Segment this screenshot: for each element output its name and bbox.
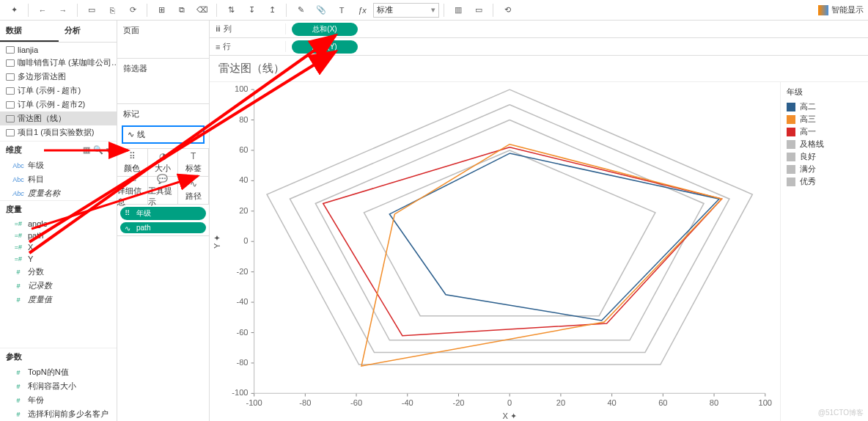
svg-text:X ✦: X ✦ xyxy=(502,411,517,420)
field-利润容器大小[interactable]: #利润容器大小 xyxy=(0,379,117,393)
type-icon: Abc xyxy=(12,176,25,183)
legend-item[interactable]: 高三 xyxy=(787,113,862,125)
show-me-button[interactable]: 智能显示 xyxy=(818,4,864,15)
svg-text:40: 40 xyxy=(607,398,616,407)
field-年级[interactable]: Abc年级 xyxy=(0,158,117,172)
highlight-icon[interactable]: ✎ xyxy=(291,2,310,18)
tab-data[interactable]: 数据 xyxy=(0,21,59,42)
new-sheet-icon[interactable]: ⊞ xyxy=(152,2,171,18)
sort-desc-icon[interactable]: ↥ xyxy=(262,2,282,18)
svg-text:0: 0 xyxy=(243,236,248,245)
legend-item[interactable]: 优秀 xyxy=(787,175,862,188)
datasource-item[interactable]: lianjia xyxy=(0,44,117,56)
rows-shelf[interactable]: ≡行 总和(Y) xyxy=(210,38,868,56)
mark-pill-年级[interactable]: ⠿年级 xyxy=(120,207,206,220)
share-icon[interactable]: ⟲ xyxy=(498,2,517,18)
legend-item[interactable]: 高一 xyxy=(787,125,862,138)
type-icon: =# xyxy=(12,244,25,251)
menu-icon[interactable]: ▾ xyxy=(106,145,111,155)
datasource-item[interactable]: 雷达图（线） xyxy=(0,111,117,125)
type-icon: # xyxy=(12,296,25,304)
legend-item[interactable]: 良好 xyxy=(787,150,862,163)
mark-type-select[interactable]: ∿线 xyxy=(122,125,205,144)
mark-pill-path[interactable]: ∿path xyxy=(120,222,206,233)
mark-大小[interactable]: ◔大小 xyxy=(148,149,179,177)
field-X[interactable]: =#X xyxy=(0,241,117,253)
field-选择利润前多少名客户[interactable]: #选择利润前多少名客户 xyxy=(0,407,117,421)
search-icon[interactable]: 🔍 xyxy=(93,145,103,155)
field-Y[interactable]: =#Y xyxy=(0,253,117,265)
sheet-title[interactable]: 雷达图（线） xyxy=(210,56,868,82)
columns-shelf[interactable]: ⅲ列 总和(X) xyxy=(210,21,868,38)
view-icon[interactable]: ▥ xyxy=(83,145,90,155)
datasource-item[interactable]: 多边形雷达图 xyxy=(0,70,117,84)
mark-标签[interactable]: T标签 xyxy=(178,149,209,177)
columns-pill[interactable]: 总和(X) xyxy=(292,23,358,36)
label-icon[interactable]: T xyxy=(332,2,351,18)
mark-详细信息[interactable]: ▭详细信息 xyxy=(117,177,148,205)
svg-text:20: 20 xyxy=(556,398,565,407)
rows-pill[interactable]: 总和(Y) xyxy=(292,40,358,54)
present-icon[interactable]: ▭ xyxy=(469,2,488,18)
field-科目[interactable]: Abc科目 xyxy=(0,172,117,186)
watermark: @51CTO博客 xyxy=(818,408,864,418)
mark-颜色[interactable]: ⠿颜色 xyxy=(117,149,148,177)
mark-工具提示[interactable]: 💬工具提示 xyxy=(148,177,179,205)
logo-icon[interactable]: ✦ xyxy=(4,2,23,18)
new-data-icon[interactable]: ⎘ xyxy=(103,2,122,18)
legend-item[interactable]: 高二 xyxy=(787,100,862,113)
field-年份[interactable]: #年份 xyxy=(0,393,117,407)
field-angle[interactable]: =#angle xyxy=(0,218,117,230)
svg-text:100: 100 xyxy=(758,398,772,407)
filters-shelf[interactable]: 筛选器 xyxy=(117,59,209,104)
clear-icon[interactable]: ⌫ xyxy=(193,2,212,18)
field-度量值[interactable]: #度量值 xyxy=(0,293,117,307)
field-度量名称[interactable]: Abc度量名称 xyxy=(0,186,117,200)
dup-icon[interactable]: ⧉ xyxy=(172,2,191,18)
field-TopN的N值[interactable]: #TopN的N值 xyxy=(0,365,117,379)
datasource-item[interactable]: 订单 (示例 - 超市2) xyxy=(0,98,117,111)
measures-header: 度量 xyxy=(0,200,117,218)
swap-icon[interactable]: ⇅ xyxy=(221,2,240,18)
tab-analysis[interactable]: 分析 xyxy=(59,21,117,42)
save-icon[interactable]: ▭ xyxy=(82,2,101,18)
sort-asc-icon[interactable]: ↧ xyxy=(242,2,261,18)
legend-item[interactable]: 及格线 xyxy=(787,138,862,150)
view-icon[interactable]: ▥ xyxy=(449,2,468,18)
mark-路径[interactable]: ∿路径 xyxy=(178,177,209,205)
refresh-icon[interactable]: ⟳ xyxy=(123,2,142,18)
datasource-item[interactable]: 项目1 (项目实验数据) xyxy=(0,125,117,139)
legend: 年级 高二高三高一及格线良好满分优秀 xyxy=(780,82,868,421)
parameters-header: 参数 xyxy=(0,348,117,365)
mark-icon: 💬 xyxy=(157,174,168,184)
field-path[interactable]: =#path xyxy=(0,230,117,241)
group-icon[interactable]: 📎 xyxy=(312,2,331,18)
legend-swatch xyxy=(787,177,795,186)
type-icon: =# xyxy=(12,232,25,239)
legend-swatch xyxy=(787,140,795,149)
fx-icon[interactable]: ƒx xyxy=(353,2,372,18)
columns-icon: ⅲ xyxy=(216,24,221,34)
svg-text:-100: -100 xyxy=(232,388,248,397)
datasource-item[interactable]: 咖啡销售订单 (某咖啡公司… xyxy=(0,56,117,70)
legend-swatch xyxy=(787,115,795,124)
svg-text:60: 60 xyxy=(239,145,248,154)
db-icon xyxy=(6,87,15,95)
mark-icon: ▭ xyxy=(128,174,136,184)
forward-icon[interactable]: → xyxy=(54,2,73,18)
datasource-item[interactable]: 订单 (示例 - 超市) xyxy=(0,84,117,98)
field-记录数[interactable]: #记录数 xyxy=(0,279,117,293)
data-panel: 数据 分析 lianjia咖啡销售订单 (某咖啡公司…多边形雷达图订单 (示例 … xyxy=(0,21,117,421)
chart-plot[interactable]: -100-80-60-40-20020406080100-100-80-60-4… xyxy=(210,82,780,421)
back-icon[interactable]: ← xyxy=(33,2,52,18)
legend-title: 年级 xyxy=(787,87,862,98)
legend-item[interactable]: 满分 xyxy=(787,163,862,175)
svg-text:-100: -100 xyxy=(246,398,262,407)
db-icon xyxy=(6,46,15,54)
shelves-panel: 页面 筛选器 标记 ∿线 ⠿颜色◔大小T标签▭详细信息💬工具提示∿路径 ⠿年级∿… xyxy=(117,21,210,421)
fit-select[interactable]: 标准 xyxy=(373,3,439,18)
field-分数[interactable]: #分数 xyxy=(0,265,117,279)
pages-shelf[interactable]: 页面 xyxy=(117,21,209,59)
svg-text:Y ✦: Y ✦ xyxy=(213,235,221,249)
svg-text:100: 100 xyxy=(235,84,249,93)
